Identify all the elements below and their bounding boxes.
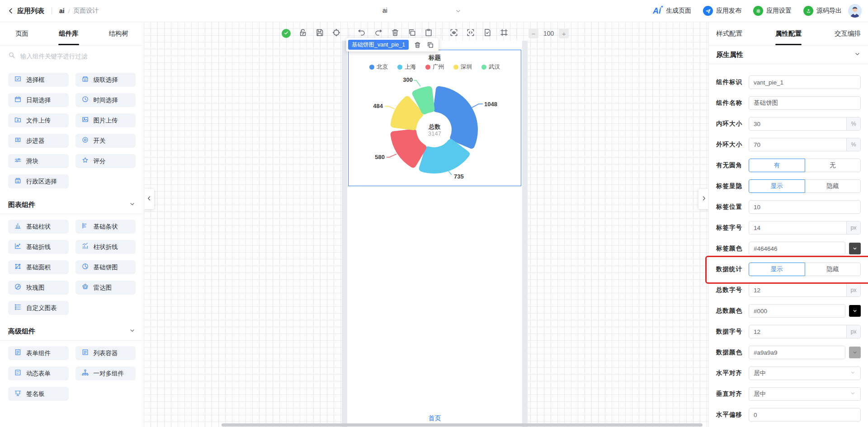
- component-item-hbar-chart[interactable]: 基础条状: [75, 220, 136, 234]
- component-item-list-container[interactable]: 列表容器: [75, 346, 136, 360]
- panel-tab-属性配置[interactable]: 属性配置: [775, 22, 802, 45]
- component-item-one-to-many[interactable]: 一对多组件: [75, 366, 136, 380]
- total-color-input[interactable]: [749, 305, 845, 317]
- donut-chart[interactable]: [349, 50, 521, 186]
- header-action-publish-app[interactable]: 应用发布: [703, 6, 741, 16]
- native-properties-section-header[interactable]: 原生属性: [709, 46, 868, 64]
- inner-ring-size-input[interactable]: [749, 117, 846, 130]
- label-leader-line: [414, 80, 420, 86]
- selected-component-chip[interactable]: 基础饼图_vant_pie_1: [348, 40, 409, 50]
- toolbar-divider: [349, 28, 349, 38]
- vertical-align-select[interactable]: 居中: [749, 387, 861, 401]
- save-button[interactable]: [315, 29, 324, 38]
- total-color-swatch-button[interactable]: [849, 305, 861, 317]
- page-select[interactable]: ai: [357, 0, 466, 22]
- component-item-stepper[interactable]: 步进器: [8, 134, 69, 148]
- rounded-corner-option-有[interactable]: 有: [749, 159, 805, 172]
- panel-tab-交互编排[interactable]: 交互编排: [835, 22, 861, 45]
- section-header-高级组件[interactable]: 高级组件: [0, 322, 144, 340]
- search-input[interactable]: [19, 52, 136, 60]
- paste-button[interactable]: [424, 29, 433, 38]
- data-color-swatch-button[interactable]: [849, 347, 861, 358]
- pie-segment-上海[interactable]: [422, 142, 467, 170]
- frame-button[interactable]: [500, 29, 509, 38]
- copy-component-button[interactable]: [426, 41, 434, 49]
- component-item-signature[interactable]: 签名板: [8, 387, 69, 401]
- sidebar-collapse-button[interactable]: [144, 189, 154, 209]
- basic-components-grid: 选择框级联选择日期选择时间选择文件上传图片上传步进器开关滑块评分行政区选择: [0, 66, 144, 188]
- zoom-out-button[interactable]: −: [528, 28, 538, 38]
- component-item-custom-chart[interactable]: 自定义图表: [8, 301, 69, 315]
- zoom-in-button[interactable]: +: [559, 28, 569, 38]
- data-statistics-option-显示[interactable]: 显示: [749, 263, 805, 276]
- data-statistics-option-隐藏[interactable]: 隐藏: [805, 263, 861, 276]
- data-color-input[interactable]: [749, 346, 845, 359]
- component-item-line-chart[interactable]: 基础折线: [8, 240, 69, 254]
- home-link[interactable]: 首页: [429, 414, 441, 422]
- section-header-图表组件[interactable]: 图表组件: [0, 196, 144, 214]
- user-avatar[interactable]: [848, 4, 862, 18]
- sidebar-tab-页面[interactable]: 页面: [15, 22, 28, 45]
- component-item-area-chart[interactable]: 基础面积: [8, 260, 69, 274]
- header-action-app-settings[interactable]: 应用设置: [753, 6, 792, 16]
- panel-collapse-button[interactable]: [698, 189, 709, 209]
- label-color-input[interactable]: [749, 242, 845, 255]
- code-button[interactable]: [466, 29, 475, 38]
- preview-button[interactable]: [449, 29, 458, 38]
- pie-chart-component[interactable]: 标题 北京上海广州深圳武汉 1048735580484300 总数 3147: [348, 50, 521, 186]
- component-item-switch[interactable]: 开关: [75, 134, 136, 148]
- outer-ring-size-input[interactable]: [749, 138, 846, 151]
- component-item-star[interactable]: 评分: [75, 154, 136, 168]
- redo-button[interactable]: [374, 29, 383, 38]
- component-item-folder-upload[interactable]: 文件上传: [8, 113, 69, 127]
- horizontal-scrollbar[interactable]: [222, 423, 703, 427]
- component-id-input[interactable]: [749, 76, 860, 89]
- component-item-image-upload[interactable]: 图片上传: [75, 113, 136, 127]
- component-item-bar-chart[interactable]: 基础柱状: [8, 220, 69, 234]
- copy-icon: [407, 28, 416, 39]
- total-font-size-input[interactable]: [749, 284, 846, 296]
- component-item-district[interactable]: 行政区选择: [8, 174, 69, 188]
- status-ok-button[interactable]: [282, 29, 291, 38]
- sidebar-tab-结构树[interactable]: 结构树: [109, 22, 129, 45]
- component-item-dynamic-form[interactable]: 动态表单: [8, 366, 69, 380]
- pie-segment-深圳[interactable]: [394, 99, 420, 127]
- phone-preview[interactable]: 标题 北京上海广州深圳武汉 1048735580484300 总数 3147 首…: [347, 41, 522, 427]
- component-item-barline-chart[interactable]: 柱状折线: [75, 240, 136, 254]
- pie-segment-北京[interactable]: [437, 89, 475, 145]
- component-item-clock[interactable]: 时间选择: [75, 93, 136, 107]
- delete-component-button[interactable]: [414, 41, 421, 49]
- label-visibility-option-隐藏[interactable]: 隐藏: [805, 179, 861, 193]
- target-button[interactable]: [332, 29, 341, 38]
- component-item-radar-chart[interactable]: 雷达图: [75, 281, 136, 295]
- data-font-size-input[interactable]: [749, 325, 846, 338]
- horizontal-align-select[interactable]: 居中: [749, 366, 861, 380]
- delete-button[interactable]: [391, 29, 400, 38]
- sidebar-tab-组件库[interactable]: 组件库: [59, 22, 79, 45]
- panel-tab-样式配置[interactable]: 样式配置: [716, 22, 742, 45]
- label-position-input[interactable]: [749, 201, 860, 213]
- label-color-swatch-button[interactable]: [849, 243, 861, 254]
- pie-segment-广州[interactable]: [394, 132, 424, 164]
- component-item-calendar[interactable]: 日期选择: [8, 93, 69, 107]
- unlock-button[interactable]: [298, 29, 307, 38]
- component-item-slider[interactable]: 滑块: [8, 154, 69, 168]
- design-canvas[interactable]: −100+ 标题 北京上海广州深圳武汉 1048735580484300 总数 …: [144, 22, 709, 427]
- component-name-input[interactable]: [749, 97, 860, 109]
- header-action-export-source[interactable]: 源码导出: [803, 6, 842, 16]
- component-item-checkbox[interactable]: 选择框: [8, 73, 69, 87]
- component-item-pie-chart[interactable]: 基础饼图: [75, 260, 136, 274]
- component-item-cascade[interactable]: 级联选择: [75, 73, 136, 87]
- back-button[interactable]: 应用列表: [7, 7, 44, 15]
- breadcrumb-app-name[interactable]: ai: [59, 7, 65, 14]
- header-action-generate-page[interactable]: Ai✦生成页面: [653, 6, 691, 16]
- copy-button[interactable]: [407, 29, 416, 38]
- label-visibility-option-显示[interactable]: 显示: [749, 179, 805, 193]
- page-check-button[interactable]: [483, 29, 492, 38]
- undo-button[interactable]: [357, 29, 366, 38]
- label-font-size-input[interactable]: [749, 221, 846, 234]
- component-item-form[interactable]: 表单组件: [8, 346, 69, 360]
- rounded-corner-option-无[interactable]: 无: [805, 159, 861, 172]
- horizontal-offset-input[interactable]: [749, 408, 860, 421]
- component-item-rose-chart[interactable]: 玫瑰图: [8, 281, 69, 295]
